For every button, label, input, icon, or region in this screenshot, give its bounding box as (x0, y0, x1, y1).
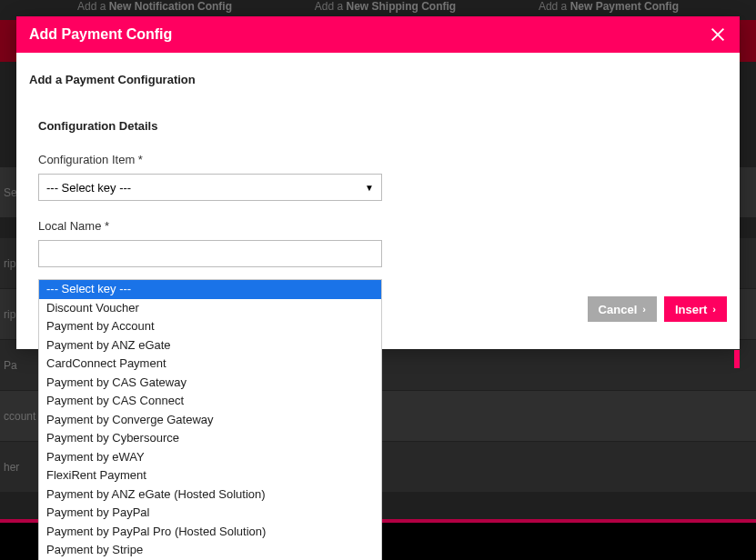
modal-header: Add Payment Config (16, 16, 740, 53)
dropdown-option[interactable]: Payment by Stripe (39, 541, 381, 560)
config-item-dropdown[interactable]: --- Select key ---Discount VoucherPaymen… (38, 279, 382, 560)
modal-accent-tab (734, 350, 740, 368)
chevron-right-icon: › (642, 304, 646, 315)
modal-body: Add a Payment Configuration Configuratio… (16, 53, 740, 267)
section-title: Configuration Details (38, 119, 727, 133)
dropdown-option[interactable]: Payment by eWAY (39, 448, 381, 467)
local-name-field: Local Name * (38, 219, 382, 267)
dropdown-option[interactable]: Payment by ANZ eGate (Hosted Solution) (39, 485, 381, 505)
dropdown-option[interactable]: CardConnect Payment (39, 355, 381, 374)
dropdown-option[interactable]: Payment by PayPal Pro (Hosted Solution) (39, 523, 381, 542)
dropdown-option[interactable]: Payment by ANZ eGate (39, 336, 381, 355)
dropdown-option[interactable]: --- Select key --- (39, 280, 381, 299)
chevron-right-icon: › (712, 304, 716, 315)
config-item-value: --- Select key --- (46, 181, 131, 195)
local-name-input[interactable] (38, 240, 382, 267)
dropdown-option[interactable]: Payment by PayPal (39, 504, 381, 523)
config-item-select[interactable]: --- Select key --- ▼ (38, 174, 382, 201)
dropdown-option[interactable]: Payment by Cybersource (39, 429, 381, 448)
chevron-down-icon: ▼ (365, 183, 374, 193)
insert-button[interactable]: Insert› (664, 296, 727, 322)
modal-title: Add Payment Config (29, 26, 172, 43)
dropdown-option[interactable]: Payment by CAS Connect (39, 392, 381, 411)
modal-footer: Cancel› Insert› (588, 296, 727, 322)
close-icon[interactable] (709, 25, 727, 44)
config-item-label: Configuration Item * (38, 153, 382, 166)
dropdown-option[interactable]: Payment by Converge Gateway (39, 411, 381, 430)
dropdown-option[interactable]: FlexiRent Payment (39, 466, 381, 485)
modal-subtitle: Add a Payment Configuration (29, 73, 727, 86)
local-name-label: Local Name * (38, 219, 382, 233)
dropdown-option[interactable]: Discount Voucher (39, 299, 381, 318)
dropdown-option[interactable]: Payment by Account (39, 317, 381, 336)
dropdown-option[interactable]: Payment by CAS Gateway (39, 374, 381, 393)
config-item-field: Configuration Item * --- Select key --- … (38, 153, 382, 201)
cancel-button[interactable]: Cancel› (588, 296, 657, 322)
